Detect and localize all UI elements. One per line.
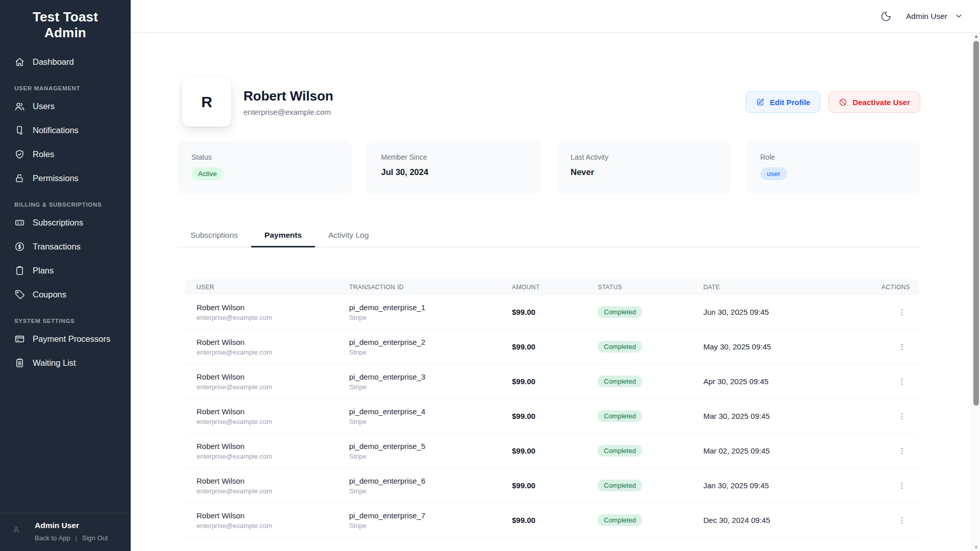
status-badge: Completed xyxy=(598,341,642,353)
amount-cell: $99.00 xyxy=(512,481,598,490)
row-actions-button[interactable] xyxy=(896,514,908,527)
transaction-cell: pi_demo_enterprise_4 Stripe xyxy=(349,407,512,425)
stat-label: Member Since xyxy=(381,153,527,161)
row-actions-button[interactable] xyxy=(896,340,908,354)
tab[interactable]: Payments xyxy=(251,225,315,247)
profile-header: R Robert Wilson enterprise@example.com E… xyxy=(177,78,920,127)
column-header: STATUS xyxy=(598,284,703,291)
kebab-menu-icon xyxy=(897,481,906,490)
tab[interactable]: Activity Log xyxy=(315,225,382,247)
actions-cell xyxy=(881,410,908,423)
users-icon xyxy=(14,101,25,112)
user-cell: Robert Wilson enterprise@example.com xyxy=(197,303,349,321)
sidebar-item[interactable]: Notifications xyxy=(7,119,124,141)
tag-icon xyxy=(14,289,25,300)
credit-card-icon xyxy=(14,334,25,344)
status-badge: Completed xyxy=(598,445,642,457)
sidebar-item[interactable]: Dashboard xyxy=(7,51,124,73)
stat-value: Active xyxy=(191,167,224,180)
user-cell: Robert Wilson enterprise@example.com xyxy=(197,407,349,425)
sidebar-item[interactable]: Coupons xyxy=(7,284,124,306)
shield-check-icon xyxy=(14,149,25,160)
sidebar: Test Toast Admin Dashboard USER MANAGEME… xyxy=(0,0,131,551)
row-actions-button[interactable] xyxy=(896,479,908,492)
actions-cell xyxy=(881,340,908,354)
date-cell: Mar 30, 2025 09:45 xyxy=(703,412,881,420)
tab[interactable]: Subscriptions xyxy=(177,225,251,247)
date-cell: Jun 30, 2025 09:45 xyxy=(703,308,881,316)
sidebar-item-label: Roles xyxy=(33,149,54,159)
scroll-down-arrow[interactable]: ▼ xyxy=(972,545,980,550)
status-badge: Completed xyxy=(598,306,642,318)
user-menu-label: Admin User xyxy=(906,12,947,21)
footer-divider: | xyxy=(75,534,77,542)
user-cell: Robert Wilson enterprise@example.com xyxy=(197,442,349,460)
moon-icon xyxy=(880,11,892,22)
sidebar-item-label: Subscriptions xyxy=(33,218,83,228)
sidebar-item-label: Notifications xyxy=(33,126,79,135)
chevron-down-icon xyxy=(954,12,963,20)
row-actions-button[interactable] xyxy=(896,306,908,319)
sidebar-item[interactable]: Permissions xyxy=(7,167,124,189)
nav-section-header: BILLING & SUBSCRIPTIONS xyxy=(7,191,124,212)
edit-profile-button[interactable]: Edit Profile xyxy=(746,91,820,113)
kebab-menu-icon xyxy=(897,308,906,317)
scroll-up-arrow[interactable]: ▲ xyxy=(972,34,980,39)
sign-out-link[interactable]: Sign Out xyxy=(82,534,108,542)
row-actions-button[interactable] xyxy=(896,375,908,388)
stat-card: Last Activity Never xyxy=(556,141,731,194)
payments-table: USER TRANSACTION ID AMOUNT STATUS DATE A… xyxy=(185,279,919,551)
stat-cards: Status Active Member Since Jul 30, 2024 … xyxy=(177,141,920,194)
status-badge: Completed xyxy=(598,410,642,422)
stat-card: Member Since Jul 30, 2024 xyxy=(367,141,542,194)
sidebar-item-label: Plans xyxy=(33,266,54,276)
dark-mode-toggle[interactable] xyxy=(880,11,892,22)
actions-cell xyxy=(881,306,908,319)
transaction-cell: pi_demo_enterprise_3 Stripe xyxy=(349,372,512,391)
status-cell: Completed xyxy=(598,445,703,457)
back-to-app-link[interactable]: Back to App xyxy=(35,534,70,542)
ticket-icon xyxy=(14,217,25,228)
row-actions-button[interactable] xyxy=(896,444,908,458)
sidebar-item[interactable]: Subscriptions xyxy=(7,212,124,234)
user-cell: Robert Wilson enterprise@example.com xyxy=(197,477,349,495)
column-header: AMOUNT xyxy=(512,284,598,291)
detail-tabs: Subscriptions Payments Activity Log xyxy=(177,225,920,247)
sidebar-item-label: Payment Processors xyxy=(33,334,110,344)
row-actions-button[interactable] xyxy=(896,548,908,551)
stat-label: Role xyxy=(761,153,906,161)
sidebar-item-label: Permissions xyxy=(33,173,79,183)
status-badge: Completed xyxy=(598,375,642,387)
sidebar-item[interactable]: Roles xyxy=(7,143,124,165)
status-badge: Completed xyxy=(598,514,642,526)
sidebar-item[interactable]: Transactions xyxy=(7,236,124,258)
main-area: Admin User R Robert Wilson enterprise@ex… xyxy=(131,0,980,551)
footer-avatar: A xyxy=(13,525,19,535)
transaction-cell: pi_demo_enterprise_7 Stripe xyxy=(349,511,512,530)
deactivate-user-button[interactable]: Deactivate User xyxy=(828,91,920,113)
scrollbar-thumb[interactable] xyxy=(973,41,979,406)
sidebar-item[interactable]: Payment Processors xyxy=(7,328,124,350)
sidebar-item[interactable]: Waiting List xyxy=(7,352,124,374)
transaction-cell: pi_demo_enterprise_6 Stripe xyxy=(349,477,512,495)
app-title: Test Toast Admin xyxy=(0,0,131,45)
transaction-cell: pi_demo_enterprise_2 Stripe xyxy=(349,338,512,356)
sidebar-item[interactable]: Users xyxy=(7,95,124,117)
stat-value: Jul 30, 2024 xyxy=(381,167,429,177)
page-title: Robert Wilson xyxy=(243,88,333,104)
status-cell: Completed xyxy=(598,410,703,422)
stat-label: Status xyxy=(191,153,337,161)
stat-card: Status Active xyxy=(177,141,352,194)
row-actions-button[interactable] xyxy=(896,410,908,423)
user-menu[interactable]: Admin User xyxy=(906,12,963,21)
table-row: Robert Wilson enterprise@example.com pi_… xyxy=(185,295,919,330)
amount-cell: $99.00 xyxy=(512,412,598,420)
content: R Robert Wilson enterprise@example.com E… xyxy=(177,78,920,551)
sidebar-footer: A Admin User Back to App | Sign Out xyxy=(0,513,131,551)
sidebar-item-label: Waiting List xyxy=(33,358,76,368)
sidebar-item[interactable]: Plans xyxy=(7,260,124,282)
scrollbar-track[interactable]: ▲ ▼ xyxy=(972,33,980,551)
status-cell: Completed xyxy=(598,514,703,526)
date-cell: Jan 30, 2025 09:45 xyxy=(703,481,881,490)
sidebar-item-label: Transactions xyxy=(33,242,81,252)
